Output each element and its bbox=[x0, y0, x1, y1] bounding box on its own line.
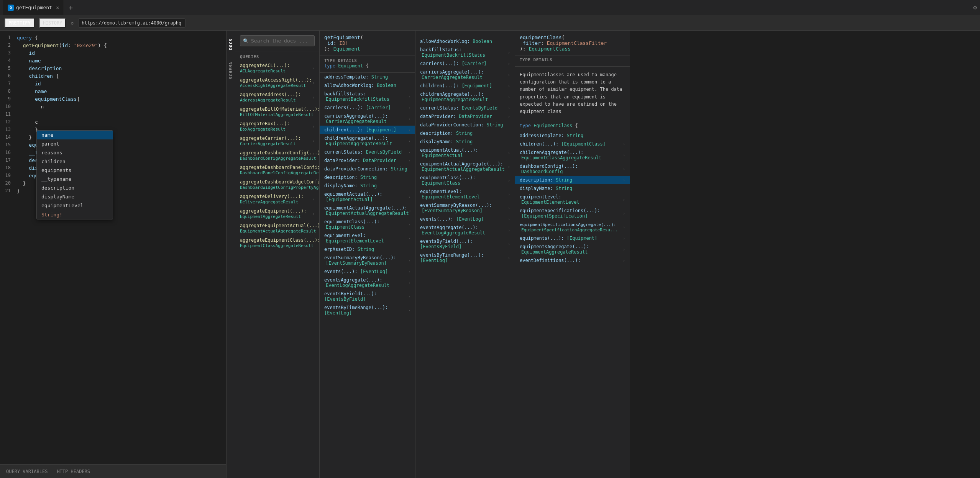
field-erpassetid[interactable]: erpAssetID: String bbox=[320, 245, 415, 254]
schema-tab[interactable]: SCHEMA bbox=[228, 62, 233, 79]
docs-item-aggregatedashboardwidget[interactable]: aggregateDashboardWidgetConfigPrope...Da… bbox=[235, 177, 319, 192]
autocomplete-item-children[interactable]: children bbox=[37, 157, 113, 166]
field-equipments-ec[interactable]: equipments(...): [Equipment] › bbox=[515, 234, 630, 242]
line-12: 12 c bbox=[0, 118, 226, 126]
docs-item-aggregateaddress[interactable]: aggregateAddress(...):AddressAggregateRe… bbox=[235, 90, 319, 105]
new-tab-button[interactable]: + bbox=[66, 3, 76, 11]
autocomplete-item-typename[interactable]: __typename bbox=[37, 175, 113, 183]
field-currentstatus-r[interactable]: currentStatus: EventsByField › bbox=[415, 104, 515, 112]
autocomplete-item-equipments[interactable]: equipments bbox=[37, 166, 113, 175]
autocomplete-item-description[interactable]: description bbox=[37, 183, 113, 192]
field-dataproviderconnection[interactable]: dataProviderConnection: String bbox=[320, 165, 415, 173]
field-equipmentlevel-ec[interactable]: equipmentLevel:EquipmentElementLevel › bbox=[515, 193, 630, 206]
field-childrenaggregate-r[interactable]: childrenAggregate(...):EquipmentAggregat… bbox=[415, 90, 515, 104]
field-equipmentactualaggregate[interactable]: equipmentActualAggregate(...):EquipmentA… bbox=[320, 204, 415, 218]
arrow-icon: › bbox=[508, 178, 510, 183]
docs-item-aggregatebox[interactable]: aggregateBox(...):BoxAggregateResult › bbox=[235, 119, 319, 134]
field-equipmentspecifications-ec[interactable]: equipmentSpecifications(...):[EquipmentS… bbox=[515, 206, 630, 220]
line-1: 1 query { bbox=[0, 34, 226, 41]
field-childrenaggregate-ec[interactable]: childrenAggregate(...):EquipmentClassAgg… bbox=[515, 148, 630, 162]
settings-icon[interactable]: ⚙ bbox=[973, 4, 977, 11]
field-allowadhocworklog[interactable]: allowAdhocWorklog: Boolean bbox=[320, 81, 415, 90]
field-children-r[interactable]: children(...): [Equipment] › bbox=[415, 82, 515, 90]
autocomplete-dropdown: name parent reasons children equipments … bbox=[36, 130, 113, 219]
field-equipmentlevel[interactable]: equipmentLevel:EquipmentElementLevel › bbox=[320, 231, 415, 245]
autocomplete-item-reasons[interactable]: reasons bbox=[37, 148, 113, 157]
field-description[interactable]: description: String bbox=[320, 173, 415, 182]
refresh-icon[interactable]: ↺ bbox=[71, 20, 74, 26]
url-input[interactable] bbox=[78, 18, 185, 28]
docs-item-aggregatecarrier[interactable]: aggregateCarrier(...):CarrierAggregateRe… bbox=[235, 134, 319, 148]
field-equipmentclass[interactable]: equipmentClass(...):EquipmentClass › bbox=[320, 218, 415, 231]
field-carriers[interactable]: carriers(...): [Carrier] › bbox=[320, 103, 415, 112]
autocomplete-item-displayname[interactable]: displayName bbox=[37, 192, 113, 201]
docs-item-aggregatebillofmaterial[interactable]: aggregateBillOfMaterial(...):BillOfMater… bbox=[235, 105, 319, 119]
docs-item-aggregateequipment[interactable]: aggregateEquipment(...):EquipmentAggrega… bbox=[235, 206, 319, 221]
field-equipmentactual[interactable]: equipmentActual(...):[EquipmentActual] › bbox=[320, 190, 415, 204]
field-eventsummarybyreason[interactable]: eventSummaryByReason(...):[EventSummaryB… bbox=[320, 254, 415, 267]
field-eventsbyfield-r[interactable]: eventsByField(...): [EventsByField] › bbox=[415, 237, 515, 251]
field-carriers-r[interactable]: carriers(...): [Carrier] › bbox=[415, 59, 515, 68]
field-addresstemplate-ec[interactable]: addressTemplate: String bbox=[515, 131, 630, 140]
field-children[interactable]: children(...): [Equipment] › bbox=[320, 126, 415, 134]
field-currentstatus[interactable]: currentStatus: EventsByField › bbox=[320, 148, 415, 156]
field-displayname-ec[interactable]: displayName: String bbox=[515, 184, 630, 193]
docs-item-aggregateacl[interactable]: aggregateACL(...):ACLAggregateResult › bbox=[235, 61, 319, 75]
field-eventdefinitions-ec[interactable]: eventDefinitions(...): › bbox=[515, 256, 630, 265]
field-events[interactable]: events(...): [EventLog] › bbox=[320, 267, 415, 276]
field-dashboardconfig-ec[interactable]: dashboardConfig(...):DashboardConfig › bbox=[515, 162, 630, 176]
field-allowadhocworklog-r[interactable]: allowAdhocWorklog: Boolean bbox=[415, 37, 515, 46]
field-eventsaggregate-r[interactable]: eventsAggregate(...):EventLogAggregateRe… bbox=[415, 223, 515, 237]
prettify-button[interactable]: PRETTIFY bbox=[5, 18, 34, 28]
field-backfillstatus-r[interactable]: backfillStatus:EquipmentBackfillStatus › bbox=[415, 46, 515, 59]
autocomplete-item-equipmentlevel[interactable]: equipmentLevel bbox=[37, 201, 113, 210]
field-events-r[interactable]: events(...): [EventLog] › bbox=[415, 215, 515, 223]
field-backfillstatus[interactable]: backfillStatus:EquipmentBackfillStatus › bbox=[320, 90, 415, 103]
field-displayname-r[interactable]: displayName: String bbox=[415, 138, 515, 146]
field-eventsbyfield[interactable]: eventsByField(...): [EventsByField] › bbox=[320, 290, 415, 303]
docs-item-aggregatedelivery[interactable]: aggregateDelivery(...):DeliveryAggregate… bbox=[235, 192, 319, 206]
autocomplete-item-parent[interactable]: parent bbox=[37, 139, 113, 148]
editor-tab[interactable]: G getEquipment × bbox=[3, 0, 64, 15]
docs-item-aggregateaccessright[interactable]: aggregateAccessRight(...):AccessRightAgg… bbox=[235, 75, 319, 90]
docs-tab[interactable]: DOCS bbox=[228, 38, 233, 50]
field-eventsummarybyreason-r[interactable]: eventSummaryByReason(...):[EventSummaryB… bbox=[415, 201, 515, 215]
field-carriersaggregate[interactable]: carriersAggregate(...):CarrierAggregateR… bbox=[320, 112, 415, 126]
field-equipmentsaggregate-ec[interactable]: equipmentsAggregate(...):EquipmentAggreg… bbox=[515, 242, 630, 256]
field-children-ec[interactable]: children(...): [EquipmentClass] › bbox=[515, 140, 630, 148]
field-eventsbytimerange-r[interactable]: eventsByTimeRange(...): [EventLog] › bbox=[415, 251, 515, 265]
field-equipmentactualagg-r[interactable]: equipmentActualAggregate(...):EquipmentA… bbox=[415, 160, 515, 174]
search-input[interactable] bbox=[240, 35, 315, 46]
type-details-label: TYPE DETAILS bbox=[324, 58, 410, 63]
query-variables-tab[interactable]: QUERY VARIABLES bbox=[5, 469, 49, 474]
arrow-icon: › bbox=[623, 247, 625, 252]
tab-close-button[interactable]: × bbox=[56, 5, 59, 11]
field-description-r[interactable]: description: String bbox=[415, 129, 515, 138]
arrow-icon: › bbox=[312, 212, 315, 216]
field-equipmentspecificationsagg-ec[interactable]: equipmentSpecificationsAggregate(...):Eq… bbox=[515, 220, 630, 234]
field-childrenaggregate[interactable]: childrenAggregate(...):EquipmentAggregat… bbox=[320, 134, 415, 148]
field-equipmentactual-r[interactable]: equipmentActual(...):EquipmentActual › bbox=[415, 146, 515, 160]
field-dataproviderconn-r[interactable]: dataProviderConnection: String bbox=[415, 121, 515, 129]
http-headers-tab[interactable]: HTTP HEADERS bbox=[55, 469, 92, 474]
field-eventsbytimerange[interactable]: eventsByTimeRange(...): [EventLog] › bbox=[320, 303, 415, 317]
field-eventsaggregate[interactable]: eventsAggregate(...):EventLogAggregateRe… bbox=[320, 276, 415, 290]
field-dataprovider[interactable]: dataProvider: DataProvider › bbox=[320, 156, 415, 165]
field-addresstemplate[interactable]: addressTemplate: String bbox=[320, 73, 415, 81]
arrow-icon: › bbox=[312, 139, 315, 143]
autocomplete-item-name[interactable]: name bbox=[37, 131, 113, 139]
docs-item-aggregateequipmentclass[interactable]: aggregateEquipmentClass(...):EquipmentCl… bbox=[235, 236, 319, 250]
field-displayname[interactable]: displayName: String bbox=[320, 182, 415, 190]
field-equipmentlevel-r[interactable]: equipmentLevel:EquipmentElementLevel › bbox=[415, 187, 515, 201]
field-carriersaggregate-r[interactable]: carriersAggregate(...):CarrierAggregateR… bbox=[415, 68, 515, 82]
history-button[interactable]: HISTORY bbox=[39, 18, 66, 28]
type-declaration: type Equipment { bbox=[324, 63, 410, 69]
field-dataprovider-r[interactable]: dataProvider: DataProvider › bbox=[415, 112, 515, 121]
docs-item-aggregateequipmentactual[interactable]: aggregateEquipmentActual(...):EquipmentA… bbox=[235, 221, 319, 236]
docs-item-aggregatedashboardconfig[interactable]: aggregateDashboardConfig(...):DashboardC… bbox=[235, 148, 319, 163]
field-description-ec[interactable]: description: String › bbox=[515, 176, 630, 184]
query-signature: getEquipment( id: ID! ): Equipment bbox=[324, 34, 410, 52]
field-equipmentclass-r[interactable]: equipmentClass(...):EquipmentClass › bbox=[415, 174, 515, 187]
docs-item-aggregatedashboardpanelconfig[interactable]: aggregateDashboardPanelConfig(...):Dashb… bbox=[235, 163, 319, 177]
arrow-icon: › bbox=[508, 228, 510, 232]
